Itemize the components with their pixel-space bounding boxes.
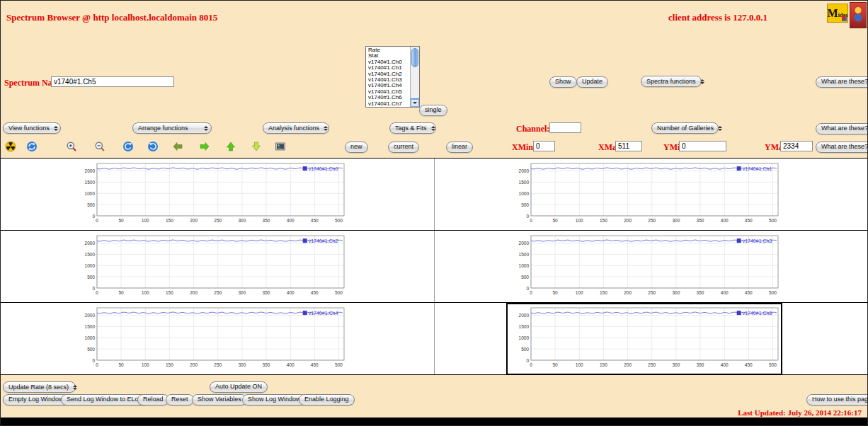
radiation-icon[interactable]: [5, 141, 16, 152]
svg-text:400: 400: [287, 290, 295, 295]
gallery-icon[interactable]: [275, 141, 286, 152]
arrow-right-icon[interactable]: [199, 141, 210, 152]
svg-text:2000: 2000: [85, 241, 96, 246]
svg-text:150: 150: [600, 218, 607, 223]
svg-text:300: 300: [238, 362, 246, 367]
spectrum-chart-5[interactable]: 0501001502002503003504004505000500100015…: [508, 304, 781, 374]
svg-text:100: 100: [142, 362, 149, 367]
show-variables-button[interactable]: Show Variables: [192, 394, 247, 405]
list-item[interactable]: v1740#1.Ch7: [368, 101, 410, 107]
spectrum-browser-page: Spectrum Browser @ http localhost.locald…: [0, 0, 868, 426]
svg-text:v1740#1.Ch5: v1740#1.Ch5: [743, 311, 772, 316]
scroll-down-button[interactable]: [411, 98, 419, 107]
ymax-input[interactable]: [780, 141, 813, 151]
xmax-input[interactable]: [615, 141, 642, 151]
rotate-left-icon[interactable]: [122, 141, 134, 152]
svg-text:50: 50: [118, 362, 124, 367]
svg-text:450: 450: [745, 362, 753, 367]
arrow-left-icon[interactable]: [172, 141, 183, 152]
svg-text:v1740#1.Ch0: v1740#1.Ch0: [309, 166, 338, 171]
svg-text:400: 400: [721, 218, 729, 223]
rotate-right-icon[interactable]: [147, 141, 159, 152]
refresh-icon[interactable]: [26, 141, 38, 152]
new-button[interactable]: new: [345, 142, 368, 153]
arrange-functions-select[interactable]: Arrange functions: [132, 122, 212, 134]
empty-log-window-button[interactable]: Empty Log Window: [3, 394, 69, 405]
svg-text:400: 400: [287, 218, 295, 223]
svg-text:350: 350: [263, 362, 270, 367]
arrow-down-icon[interactable]: [251, 141, 262, 152]
tags-fits-label: Tags & Fits: [395, 125, 427, 132]
svg-text:500: 500: [521, 347, 529, 352]
arrow-up-icon[interactable]: [225, 141, 236, 152]
show-button[interactable]: Show: [549, 76, 577, 88]
single-button[interactable]: single: [419, 105, 447, 116]
svg-text:100: 100: [142, 218, 149, 223]
svg-text:400: 400: [287, 362, 295, 367]
svg-text:1000: 1000: [519, 263, 530, 268]
what-are-these-button-1[interactable]: What are these?: [816, 76, 868, 88]
reset-button[interactable]: Reset: [166, 394, 194, 405]
listbox-scrollbar[interactable]: [410, 47, 419, 107]
svg-text:50: 50: [552, 218, 558, 223]
zoom-in-icon[interactable]: [66, 141, 77, 152]
select-arrows-icon: [431, 126, 435, 131]
svg-text:450: 450: [311, 362, 319, 367]
svg-text:0: 0: [526, 358, 529, 363]
page-title: Spectrum Browser @ http localhost.locald…: [6, 12, 217, 23]
svg-text:350: 350: [697, 290, 704, 295]
update-rate-select[interactable]: Update Rate (8 secs): [3, 381, 76, 393]
how-to-use-button[interactable]: How to use this page: [806, 394, 868, 405]
svg-text:450: 450: [311, 218, 319, 223]
svg-text:50: 50: [118, 218, 124, 223]
number-of-galleries-select[interactable]: Number of Galleries: [651, 122, 719, 134]
scrollbar-thumb[interactable]: [411, 48, 418, 67]
spectra-functions-select[interactable]: Spectra functions: [641, 76, 702, 87]
spectrum-chart-4[interactable]: 0501001502002503003504004505000500100015…: [74, 304, 347, 374]
charts-grid: 0501001502002503003504004505000500100015…: [1, 158, 868, 375]
view-functions-select[interactable]: View functions: [3, 122, 61, 134]
channel-label: Channel:: [516, 124, 549, 134]
svg-text:400: 400: [721, 290, 729, 295]
analysis-functions-select[interactable]: Analysis functions: [263, 122, 329, 134]
chart-row-2: 0501001502002503003504004505000500100015…: [1, 231, 868, 303]
ymin-input[interactable]: [679, 141, 726, 151]
svg-text:350: 350: [697, 362, 704, 367]
spectrum-listbox[interactable]: RateStatv1740#1.Ch0v1740#1.Ch1v1740#1.Ch…: [365, 46, 420, 108]
send-log-to-elog-button[interactable]: Send Log Window to ELog: [61, 394, 148, 405]
svg-text:0: 0: [530, 290, 532, 295]
svg-text:300: 300: [672, 362, 680, 367]
svg-text:v1740#1.Ch2: v1740#1.Ch2: [309, 238, 338, 243]
xmin-input[interactable]: [533, 141, 555, 151]
auto-update-button[interactable]: Auto Update ON: [210, 381, 268, 393]
svg-text:500: 500: [87, 202, 95, 207]
spectrum-chart-3[interactable]: 0501001502002503003504004505000500100015…: [508, 232, 781, 301]
spectrum-chart-0[interactable]: 0501001502002503003504004505000500100015…: [74, 160, 347, 229]
last-updated-text: Last Updated: July 26, 2014 22:16:17: [738, 408, 862, 417]
enable-logging-button[interactable]: Enable Logging: [299, 394, 355, 405]
svg-text:300: 300: [238, 218, 246, 223]
tags-fits-select[interactable]: Tags & Fits: [389, 122, 436, 134]
current-button[interactable]: current: [388, 142, 419, 153]
bottom-bar: [1, 418, 867, 425]
reload-button[interactable]: Reload: [137, 394, 169, 405]
spectrum-name-input[interactable]: [51, 76, 174, 87]
svg-text:0: 0: [92, 286, 95, 291]
svg-text:500: 500: [769, 362, 777, 367]
view-functions-label: View functions: [8, 125, 50, 132]
show-log-window-button[interactable]: Show Log Window: [242, 394, 307, 405]
channel-input[interactable]: [549, 122, 581, 133]
chart-row-1: 0501001502002503003504004505000500100015…: [1, 159, 868, 231]
svg-text:150: 150: [166, 218, 173, 223]
svg-text:500: 500: [335, 290, 343, 295]
svg-text:250: 250: [214, 218, 222, 223]
what-are-these-button-3[interactable]: What are these?: [816, 142, 868, 153]
linear-button[interactable]: linear: [446, 142, 473, 153]
zoom-out-icon[interactable]: [94, 141, 105, 152]
what-are-these-button-2[interactable]: What are these?: [816, 123, 868, 134]
svg-text:200: 200: [190, 218, 198, 223]
update-button[interactable]: Update: [576, 76, 608, 88]
spectrum-chart-1[interactable]: 0501001502002503003504004505000500100015…: [508, 160, 781, 229]
svg-text:1000: 1000: [85, 263, 96, 268]
spectrum-chart-2[interactable]: 0501001502002503003504004505000500100015…: [74, 232, 347, 301]
